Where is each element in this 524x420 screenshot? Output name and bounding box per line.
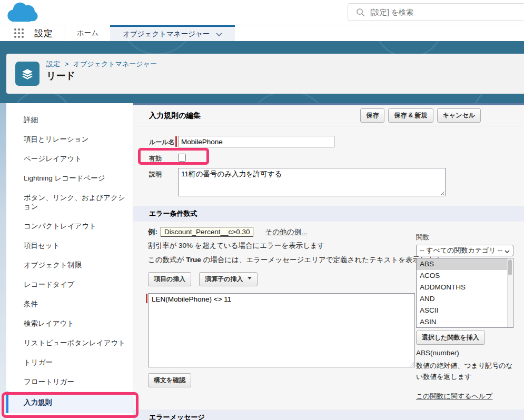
function-category-select[interactable]: -- すべての関数カテゴリ -- (416, 245, 513, 256)
insert-operator-label: 演算子の挿入 (205, 275, 243, 283)
search-input[interactable] (348, 3, 524, 21)
sidebar-item-search-layouts[interactable]: 検索レイアウト (6, 314, 133, 333)
editor-header: 入力規則の編集 保存 保存 & 新規 キャンセル (133, 105, 524, 126)
description-textarea[interactable]: 11桁の番号のみ入力を許可する (178, 168, 446, 196)
function-option-asin[interactable]: ASIN (417, 316, 507, 328)
app-launcher-icon[interactable] (13, 27, 26, 41)
rule-name-input[interactable] (178, 136, 334, 147)
sidebar-item-page-layouts[interactable]: ページレイアウト (6, 149, 133, 168)
tab-object-manager-label: オブジェクトマネージャー (123, 29, 210, 39)
hint-post: の場合には、エラーメッセージエリアで定義されたテキストを表示します (201, 256, 442, 264)
active-label: 有効 (149, 152, 178, 163)
function-listbox: ABS ACOS ADDMONTHS AND ASCII ASIN (416, 258, 513, 328)
search-icon (356, 8, 365, 19)
page-title: リード (46, 69, 75, 82)
function-category-value: -- すべての関数カテゴリ -- (420, 246, 502, 255)
insert-selected-function-button[interactable]: 選択した関数を挿入 (416, 331, 485, 345)
app-name-label: 設定 (34, 27, 53, 41)
tab-home[interactable]: ホーム (65, 25, 110, 41)
functions-panel: 関数 -- すべての関数カテゴリ -- ABS ACOS ADDMONTHS A… (416, 227, 513, 401)
sidebar-item-buttons-links-actions[interactable]: ボタン、リンク、およびアクション (6, 188, 133, 216)
functions-label: 関数 (416, 233, 513, 242)
hint-bold: True (186, 256, 201, 264)
sidebar-item-record-types[interactable]: レコードタイプ (6, 275, 133, 294)
breadcrumb: 設定 > オブジェクトマネージャー (46, 59, 157, 69)
select-chevron-icon (505, 247, 510, 255)
sidebar-item-lightning-record-pages[interactable]: Lightning レコードページ (6, 168, 133, 188)
page-header-card: 設定 > オブジェクトマネージャー リード (6, 54, 524, 94)
scrollbar-track[interactable] (507, 258, 513, 327)
function-help-link[interactable]: この関数に関するヘルプ (416, 392, 492, 401)
formula-textarea[interactable]: LEN(MobilePhone) <> 11 (148, 293, 415, 367)
sidebar-item-details[interactable]: 詳細 (6, 110, 133, 129)
insert-operator-button[interactable]: 演算子の挿入 (199, 272, 257, 286)
description-label: 説明 (149, 168, 178, 196)
sidebar-item-validation-rules[interactable]: 入力規則 (6, 392, 133, 413)
sidebar-item-object-limits[interactable]: オブジェクト制限 (6, 255, 133, 275)
salesforce-cloud-logo-icon[interactable] (6, 1, 39, 25)
sidebar-item-fields-relationships[interactable]: 項目とリレーション (6, 129, 133, 149)
scrollbar-thumb[interactable] (508, 259, 512, 275)
setup-nav-bar: 設定 ホーム オブジェクトマネージャー (0, 25, 524, 41)
object-manager-sidebar: 詳細 項目とリレーション ページレイアウト Lightning レコードページ … (6, 103, 133, 420)
function-description: 数値の絶対値、つまり記号のない数値を返します (416, 360, 513, 382)
sidebar-item-list-view-button-layout[interactable]: リストビューボタンレイアウト (6, 333, 133, 353)
check-syntax-button[interactable]: 構文を確認 (148, 373, 191, 387)
lead-object-icon (15, 62, 39, 86)
content-area: 詳細 項目とリレーション ページレイアウト Lightning レコードページ … (6, 103, 524, 420)
sidebar-item-compact-layouts[interactable]: コンパクトレイアウト (6, 216, 133, 236)
top-bar (0, 0, 524, 25)
function-signature: ABS(number) (416, 349, 513, 357)
function-option-ascii[interactable]: ASCII (417, 305, 507, 316)
validation-rule-editor-panel: 入力規則の編集 保存 保存 & 新規 キャンセル ルール名 有効 説明 (133, 103, 524, 420)
formula-section: 例: Discount_Percent__c>0.30 その他の例... 割引率… (133, 222, 524, 401)
setup-page-header-background: 設定 > オブジェクトマネージャー リード (0, 41, 524, 103)
rule-form: ルール名 有効 説明 11桁の番号のみ入力を許可する (133, 126, 524, 206)
example-formula-box: Discount_Percent__c>0.30 (161, 227, 253, 237)
rule-name-label: ルール名 (149, 136, 178, 147)
sidebar-item-field-sets[interactable]: 項目セット (6, 236, 133, 255)
required-indicator (175, 136, 177, 147)
cancel-button[interactable]: キャンセル (437, 108, 481, 123)
function-option-abs[interactable]: ABS (417, 258, 507, 270)
error-message-section-header: エラーメッセージ (133, 409, 524, 420)
formula-column: 例: Discount_Percent__c>0.30 その他の例... 割引率… (148, 227, 415, 401)
breadcrumb-setup-link[interactable]: 設定 (46, 60, 60, 68)
chevron-down-icon[interactable] (216, 30, 222, 38)
insert-field-button[interactable]: 項目の挿入 (148, 272, 191, 286)
active-checkbox[interactable] (178, 154, 186, 162)
dropdown-arrow-icon (248, 277, 252, 282)
hint-pre: この数式が (148, 256, 186, 264)
editor-title: 入力規則の編集 (133, 111, 201, 121)
sidebar-item-conditions[interactable]: 条件 (6, 294, 133, 314)
breadcrumb-object-manager-link[interactable]: オブジェクトマネージャー (73, 60, 157, 68)
error-condition-section-header: エラー条件数式 (133, 206, 524, 222)
sidebar-item-triggers[interactable]: トリガー (6, 353, 133, 372)
tab-object-manager[interactable]: オブジェクトマネージャー (110, 25, 235, 41)
save-and-new-button[interactable]: 保存 & 新規 (388, 108, 433, 123)
function-option-acos[interactable]: ACOS (417, 270, 507, 282)
global-search (348, 3, 524, 21)
sidebar-item-flow-triggers[interactable]: フロートリガー (6, 372, 133, 392)
function-option-and[interactable]: AND (417, 293, 507, 305)
example-label: 例: (148, 227, 157, 237)
example-caption: 割引率が 30% を超えている場合にエラーを表示します (148, 241, 415, 251)
breadcrumb-separator: > (65, 60, 69, 68)
tab-home-label: ホーム (77, 28, 98, 38)
required-indicator (146, 294, 147, 303)
formula-hint: この数式が True の場合には、エラーメッセージエリアで定義されたテキストを表… (148, 255, 415, 265)
more-examples-link[interactable]: その他の例... (265, 227, 307, 237)
function-option-addmonths[interactable]: ADDMONTHS (417, 282, 507, 293)
save-button[interactable]: 保存 (360, 108, 384, 123)
